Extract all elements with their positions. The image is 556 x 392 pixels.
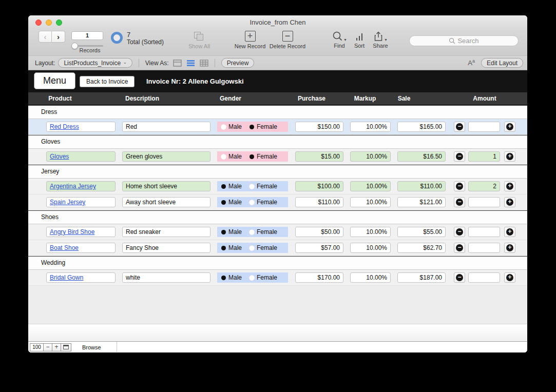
radio-female[interactable] (249, 229, 255, 235)
gender-option-female[interactable]: Female (249, 152, 277, 161)
record-number-input[interactable]: 1 (71, 31, 103, 40)
sale-field[interactable]: $110.00 (397, 181, 446, 191)
product-field[interactable]: Red Dress (46, 122, 116, 132)
product-link[interactable]: Spain Jersey (50, 199, 85, 206)
record-row[interactable]: Spain JerseyAway short sleeveMaleFemale$… (28, 194, 527, 210)
amount-field[interactable] (468, 243, 500, 253)
decrease-amount-button[interactable]: − (454, 122, 465, 132)
amount-field[interactable]: 1 (468, 151, 500, 162)
description-field[interactable]: Red (122, 122, 210, 132)
increase-amount-button[interactable]: + (504, 227, 515, 237)
record-row[interactable]: Argentina JerseyHome short sleeveMaleFem… (28, 179, 527, 194)
markup-field[interactable]: 10.00% (350, 181, 391, 191)
gender-field[interactable]: MaleFemale (217, 272, 288, 283)
gender-field[interactable]: MaleFemale (217, 227, 288, 237)
gender-option-female[interactable]: Female (249, 243, 277, 252)
sort-button[interactable]: Sort (349, 30, 370, 49)
gender-field[interactable]: MaleFemale (217, 243, 288, 253)
product-field[interactable]: Gloves (46, 151, 116, 162)
gender-option-female[interactable]: Female (249, 182, 277, 191)
purchase-field[interactable]: $110.00 (295, 197, 343, 207)
gender-option-female[interactable]: Female (249, 273, 277, 282)
show-all-button[interactable]: Show All (181, 31, 217, 49)
description-field[interactable]: Red sneaker (122, 227, 210, 237)
radio-female-selected[interactable] (250, 154, 254, 159)
decrease-amount-button[interactable]: − (454, 197, 465, 207)
decrease-amount-button[interactable]: − (454, 151, 465, 162)
decrease-amount-button[interactable]: − (454, 243, 465, 253)
product-field[interactable]: Bridal Gown (46, 272, 116, 283)
preview-button[interactable]: Preview (221, 58, 255, 68)
sale-field[interactable]: $187.00 (397, 272, 446, 283)
record-row[interactable]: Boat ShoeFancy ShoeMaleFemale$57.0010.00… (28, 240, 527, 256)
description-field[interactable]: white (122, 272, 210, 283)
radio-male-selected[interactable] (221, 230, 226, 234)
radio-male-selected[interactable] (221, 200, 226, 205)
radio-female[interactable] (249, 200, 255, 205)
purchase-field[interactable]: $170.00 (295, 272, 343, 283)
gender-option-female[interactable]: Female (249, 227, 277, 237)
radio-male-selected[interactable] (221, 184, 226, 189)
product-field[interactable]: Angry Bird Shoe (46, 227, 116, 237)
radio-female[interactable] (249, 184, 255, 189)
markup-field[interactable]: 10.00% (350, 243, 391, 253)
product-link[interactable]: Boat Shoe (50, 244, 79, 251)
radio-male-selected[interactable] (221, 276, 226, 280)
gender-option-male[interactable]: Male (221, 273, 242, 282)
sale-field[interactable]: $55.00 (397, 227, 446, 237)
markup-field[interactable]: 10.00% (350, 197, 391, 207)
gender-option-male[interactable]: Male (221, 227, 242, 237)
record-row[interactable]: Bridal GownwhiteMaleFemale$170.0010.00%$… (28, 270, 527, 286)
sale-field[interactable]: $62.70 (397, 243, 446, 253)
radio-male-selected[interactable] (221, 246, 226, 250)
markup-field[interactable]: 10.00% (350, 151, 391, 162)
gender-option-male[interactable]: Male (221, 182, 242, 191)
gender-field[interactable]: MaleFemale (217, 122, 288, 132)
gender-option-male[interactable]: Male (221, 122, 242, 131)
zoom-level[interactable]: 100 (30, 343, 44, 351)
product-link[interactable]: Bridal Gown (50, 274, 83, 281)
purchase-field[interactable]: $50.00 (295, 227, 343, 237)
previous-record-button[interactable]: ‹ (39, 31, 52, 43)
increase-amount-button[interactable]: + (504, 151, 515, 162)
record-slider-thumb[interactable] (71, 43, 78, 49)
menu-button[interactable]: Menu (34, 72, 75, 89)
gender-option-male[interactable]: Male (221, 198, 242, 207)
sale-field[interactable]: $165.00 (397, 122, 446, 132)
found-set-pie-icon[interactable] (111, 32, 123, 44)
markup-field[interactable]: 10.00% (350, 272, 391, 283)
product-field[interactable]: Spain Jersey (46, 197, 116, 207)
radio-female-selected[interactable] (250, 125, 254, 129)
increase-amount-button[interactable]: + (504, 181, 515, 191)
share-button[interactable]: ▾ Share (367, 30, 394, 49)
record-row[interactable]: Angry Bird ShoeRed sneakerMaleFemale$50.… (28, 224, 527, 240)
product-link[interactable]: Gloves (50, 153, 69, 160)
zoom-out-button[interactable]: − (44, 343, 52, 351)
gender-option-male[interactable]: Male (221, 243, 242, 252)
delete-record-button[interactable]: − Delete Record (264, 30, 311, 49)
product-field[interactable]: Boat Shoe (46, 243, 116, 253)
decrease-amount-button[interactable]: − (454, 181, 465, 191)
product-field[interactable]: Argentina Jersey (46, 181, 116, 191)
toggle-status-toolbar-button[interactable] (61, 343, 71, 351)
zoom-in-button[interactable]: + (52, 343, 61, 351)
record-row[interactable]: GlovesGreen glovesMaleFemale$15.0010.00%… (28, 149, 527, 165)
list-view-button[interactable] (186, 60, 195, 67)
markup-field[interactable]: 10.00% (350, 227, 391, 237)
purchase-field[interactable]: $15.00 (295, 151, 343, 162)
formatting-bar-button[interactable]: Aa (468, 58, 475, 67)
description-field[interactable]: Away short sleeve (122, 197, 210, 207)
sale-field[interactable]: $121.00 (397, 197, 446, 207)
purchase-field[interactable]: $100.00 (295, 181, 343, 191)
gender-field[interactable]: MaleFemale (217, 151, 288, 162)
gender-option-female[interactable]: Female (249, 198, 277, 207)
increase-amount-button[interactable]: + (504, 122, 515, 132)
back-to-invoice-button[interactable]: Back to Invoice (80, 76, 135, 87)
amount-field[interactable]: 2 (468, 181, 500, 191)
table-view-button[interactable] (200, 60, 208, 67)
decrease-amount-button[interactable]: − (454, 272, 465, 283)
description-field[interactable]: Home short sleeve (122, 181, 210, 191)
edit-layout-button[interactable]: Edit Layout (481, 58, 523, 68)
form-view-button[interactable] (173, 60, 182, 67)
description-field[interactable]: Fancy Shoe (122, 243, 210, 253)
